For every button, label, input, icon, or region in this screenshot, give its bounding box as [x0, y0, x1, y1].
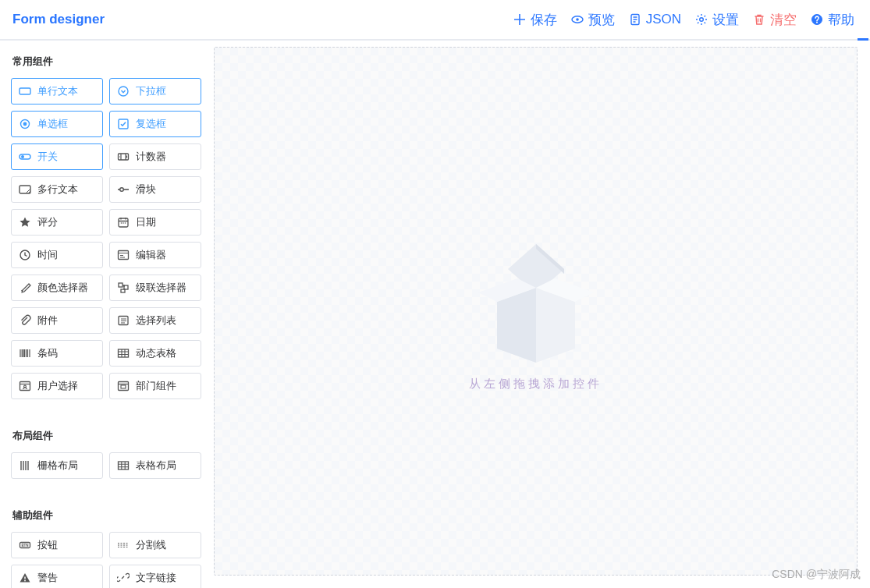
palette-item[interactable]: 警告 — [11, 565, 103, 588]
palette-item[interactable]: 用户选择 — [11, 373, 103, 399]
dropdown-icon — [117, 85, 130, 97]
palette-item[interactable]: 评分 — [11, 209, 103, 236]
checkbox-icon — [117, 118, 130, 130]
palette-item-label: 日期 — [136, 215, 156, 229]
palette-item[interactable]: 时间 — [11, 242, 103, 268]
palette-item-label: 时间 — [37, 248, 58, 262]
palette-item-label: 部门组件 — [136, 379, 176, 393]
palette-item[interactable]: 附件 — [11, 307, 103, 334]
preview-button[interactable]: 预览 — [571, 11, 615, 29]
slider-icon — [117, 183, 130, 196]
palette-item[interactable]: 编辑器 — [109, 242, 201, 268]
palette-item[interactable]: 单行文本 — [11, 78, 103, 104]
palette-item-label: 级联选择器 — [136, 281, 186, 295]
palette-item[interactable]: 计数器 — [109, 143, 201, 170]
empty-box-illustration — [466, 232, 606, 372]
palette-item-label: 警告 — [37, 571, 58, 585]
attachment-icon — [19, 314, 31, 327]
top-actions: 保存 预览 JSON 设置 清空 帮助 — [513, 11, 854, 29]
link-icon — [117, 572, 130, 584]
save-button[interactable]: 保存 — [513, 11, 557, 29]
palette-item[interactable]: 单选框 — [11, 111, 103, 137]
palette-item-label: 评分 — [37, 215, 58, 229]
dyntable-icon — [117, 347, 130, 360]
help-icon — [811, 13, 823, 26]
textarea-icon — [19, 183, 31, 196]
canvas-wrap: 从左侧拖拽添加控件 — [211, 41, 870, 588]
palette-item[interactable]: 栅格布局 — [11, 452, 103, 479]
json-button[interactable]: JSON — [629, 12, 681, 27]
eye-icon — [571, 13, 584, 26]
clear-button[interactable]: 清空 — [753, 11, 797, 29]
help-label: 帮助 — [828, 11, 854, 29]
palette-item[interactable]: 级联选择器 — [109, 275, 201, 301]
palette-item-label: 用户选择 — [37, 379, 78, 393]
palette-item[interactable]: 复选框 — [109, 111, 201, 137]
palette-item-label: 附件 — [37, 313, 58, 328]
palette-item-label: 开关 — [37, 150, 58, 164]
component-palette: 常用组件 单行文本下拉框单选框复选框开关计数器多行文本滑块评分日期时间编辑器颜色… — [0, 41, 211, 588]
palette-item[interactable]: 部门组件 — [109, 373, 201, 399]
palette-item[interactable]: 表格布局 — [109, 452, 201, 479]
palette-item-label: 多行文本 — [37, 182, 78, 197]
date-icon — [117, 216, 130, 228]
palette-item[interactable]: 动态表格 — [109, 340, 201, 367]
counter-icon — [117, 151, 130, 163]
section-title-common: 常用组件 — [12, 55, 201, 69]
list-select-icon — [117, 314, 130, 327]
palette-item-label: 文字链接 — [136, 571, 176, 585]
palette-item[interactable]: 滑块 — [109, 176, 201, 203]
dept-icon — [117, 380, 130, 392]
cascader-icon — [117, 282, 130, 294]
palette-item[interactable]: 下拉框 — [109, 78, 201, 104]
palette-item-label: 分割线 — [136, 538, 166, 552]
settings-label: 设置 — [712, 11, 739, 29]
palette-item-label: 选择列表 — [136, 313, 176, 328]
palette-item-label: 动态表格 — [136, 346, 176, 360]
palette-item[interactable]: 文字链接 — [109, 565, 201, 588]
palette-item[interactable]: 按钮 — [11, 532, 103, 558]
palette-item[interactable]: 开关 — [11, 143, 103, 170]
trash-icon — [753, 13, 765, 26]
palette-item[interactable]: 分割线 — [109, 532, 201, 558]
divider-icon — [117, 539, 130, 551]
palette-item-label: 栅格布局 — [37, 459, 78, 473]
palette-item[interactable]: 选择列表 — [109, 307, 201, 334]
button-icon — [19, 539, 31, 551]
input-icon — [19, 85, 31, 97]
palette-item-label: 条码 — [37, 346, 58, 360]
palette-item[interactable]: 多行文本 — [11, 176, 103, 203]
palette-item[interactable]: 日期 — [109, 209, 201, 236]
palette-item-label: 复选框 — [136, 117, 166, 131]
editor-icon — [117, 249, 130, 261]
palette-item-label: 单行文本 — [37, 84, 78, 98]
app-title: Form designer — [12, 12, 105, 27]
palette-item-label: 滑块 — [136, 182, 156, 197]
alert-icon — [19, 572, 31, 584]
time-icon — [19, 249, 31, 261]
main: 常用组件 单行文本下拉框单选框复选框开关计数器多行文本滑块评分日期时间编辑器颜色… — [0, 41, 870, 588]
palette-item-label: 下拉框 — [136, 84, 166, 98]
palette-item-label: 单选框 — [37, 117, 68, 131]
palette-item[interactable]: 颜色选择器 — [11, 275, 103, 301]
switch-icon — [19, 151, 31, 163]
plus-icon — [513, 13, 526, 26]
settings-button[interactable]: 设置 — [695, 11, 739, 29]
file-icon — [629, 13, 641, 26]
json-label: JSON — [646, 12, 681, 27]
common-components: 单行文本下拉框单选框复选框开关计数器多行文本滑块评分日期时间编辑器颜色选择器级联… — [11, 78, 201, 399]
palette-item-label: 计数器 — [136, 150, 166, 164]
help-button[interactable]: 帮助 — [811, 11, 854, 29]
palette-item[interactable]: 条码 — [11, 340, 103, 367]
design-canvas[interactable]: 从左侧拖拽添加控件 — [214, 47, 858, 576]
palette-item-label: 表格布局 — [136, 459, 176, 473]
palette-item-label: 按钮 — [37, 538, 58, 552]
right-panel-indicator — [858, 38, 868, 41]
barcode-icon — [19, 347, 31, 360]
user-select-icon — [19, 380, 31, 392]
helper-components: 按钮分割线警告文字链接文本 — [11, 532, 201, 588]
palette-item-label: 编辑器 — [136, 248, 166, 262]
radio-icon — [19, 118, 31, 130]
clear-label: 清空 — [770, 11, 797, 29]
save-label: 保存 — [531, 11, 557, 29]
